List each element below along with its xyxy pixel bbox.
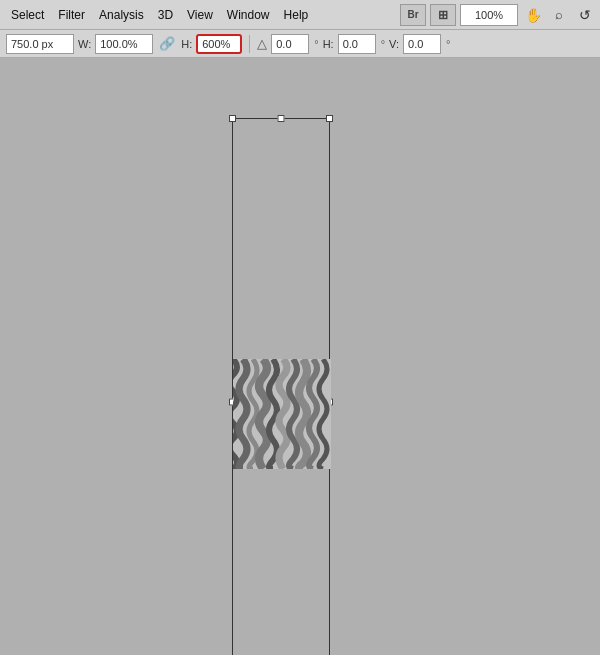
menu-bar-right: Br ⊞ 100% ✋ ⌕ ↺: [400, 4, 596, 26]
rotate-value-field[interactable]: 0.0: [271, 34, 309, 54]
zoom-level[interactable]: 100%: [460, 4, 518, 26]
menu-window[interactable]: Window: [220, 4, 277, 26]
menu-help[interactable]: Help: [277, 4, 316, 26]
lock-icon[interactable]: 🔗: [159, 36, 175, 51]
options-bar: 750.0 px W: 100.0% 🔗 H: 600% △ 0.0 ° H: …: [0, 30, 600, 58]
h2-value-field[interactable]: 0.0: [338, 34, 376, 54]
rotate-icon: △: [257, 36, 267, 51]
grid-icon[interactable]: ⊞: [430, 4, 456, 26]
zoom-tool-icon[interactable]: ⌕: [548, 4, 570, 26]
v-deg: °: [446, 38, 450, 50]
handle-top-center[interactable]: [278, 115, 285, 122]
h-label: H:: [181, 38, 192, 50]
w-value-field[interactable]: 100.0%: [95, 34, 153, 54]
v-value-field[interactable]: 0.0: [403, 34, 441, 54]
transform-bounding-box: [232, 118, 330, 655]
separator-1: [249, 35, 250, 53]
menu-3d[interactable]: 3D: [151, 4, 180, 26]
texture-svg: [233, 359, 331, 469]
rotate-deg: °: [314, 38, 318, 50]
menu-select[interactable]: Select: [4, 4, 51, 26]
menu-filter[interactable]: Filter: [51, 4, 92, 26]
menu-view[interactable]: View: [180, 4, 220, 26]
bridge-button[interactable]: Br: [400, 4, 426, 26]
handle-top-left[interactable]: [229, 115, 236, 122]
handle-top-right[interactable]: [326, 115, 333, 122]
h-value-field[interactable]: 600%: [196, 34, 242, 54]
x-position-field[interactable]: 750.0 px: [6, 34, 74, 54]
v-label: V:: [389, 38, 399, 50]
h2-deg: °: [381, 38, 385, 50]
canvas-area: [0, 58, 600, 655]
rotate-tool-icon[interactable]: ↺: [574, 4, 596, 26]
h2-label: H:: [323, 38, 334, 50]
menu-analysis[interactable]: Analysis: [92, 4, 151, 26]
texture-image: [233, 359, 331, 469]
w-label: W:: [78, 38, 91, 50]
hand-tool-icon[interactable]: ✋: [522, 4, 544, 26]
menu-bar: Select Filter Analysis 3D View Window He…: [0, 0, 600, 30]
